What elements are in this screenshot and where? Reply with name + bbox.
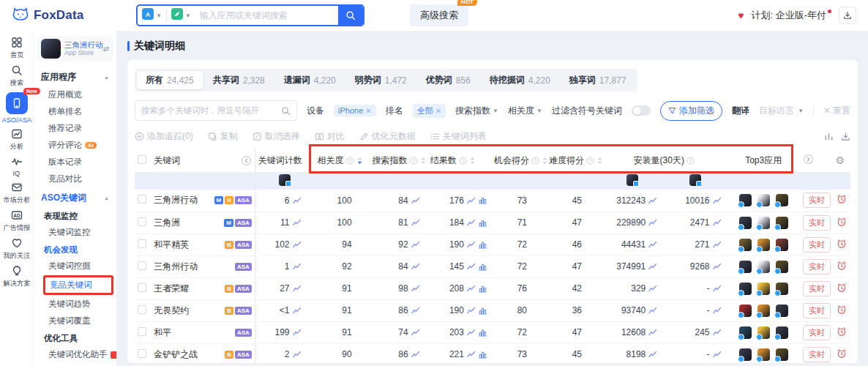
trend-chart-icon[interactable] (467, 351, 476, 358)
rail-item-search[interactable]: 搜索 (10, 64, 24, 88)
trend-chart-icon[interactable] (293, 241, 302, 248)
trend-chart-icon[interactable] (411, 351, 420, 358)
sidebar-item-keyword-optimizer[interactable]: 关键词优化助手 (34, 346, 116, 363)
tab-weak[interactable]: 弱势词1,472 (346, 71, 416, 89)
trend-chart-icon[interactable] (713, 329, 722, 336)
remove-tag-icon[interactable]: ✕ (435, 107, 441, 115)
app-selector[interactable]: 三角洲行动 App Store ⇄ (37, 36, 113, 61)
trend-chart-icon[interactable] (713, 285, 722, 292)
trend-chart-icon[interactable] (648, 329, 657, 336)
select-all-checkbox[interactable] (138, 155, 146, 164)
tab-shared[interactable]: 共享词2,328 (204, 71, 274, 89)
realtime-button[interactable]: 实时 (803, 193, 831, 208)
collapse-left-icon[interactable] (241, 155, 252, 166)
help-icon[interactable]: ? (410, 157, 418, 165)
top3-app-icon[interactable] (776, 305, 788, 317)
trend-chart-icon[interactable] (467, 219, 476, 226)
add-filter-button[interactable]: 添加筛选 (660, 101, 722, 121)
global-search-input[interactable] (195, 10, 338, 20)
top3-app-icon[interactable] (776, 326, 788, 339)
trend-chart-icon[interactable] (467, 197, 476, 204)
settings-gear-icon[interactable]: ⚙ (836, 154, 845, 166)
alarm-icon[interactable] (837, 326, 847, 337)
results-apps-icon[interactable] (479, 196, 487, 204)
collapse-right-icon[interactable] (803, 154, 814, 165)
top3-app-icon[interactable] (776, 239, 788, 251)
rail-item-analysis[interactable]: 分析 (10, 128, 24, 152)
trend-chart-icon[interactable] (713, 241, 722, 248)
sort-icon[interactable] (542, 156, 548, 165)
alarm-icon[interactable] (837, 305, 847, 315)
help-icon[interactable]: ? (686, 157, 695, 165)
toolbar-deselect-button[interactable]: 取消选择 (252, 130, 300, 143)
tab-to-mine[interactable]: 待挖掘词4,220 (481, 71, 559, 89)
top3-app-icon[interactable] (739, 261, 752, 273)
row-checkbox[interactable] (138, 217, 146, 226)
top3-app-icon[interactable] (757, 194, 770, 206)
sort-icon[interactable] (596, 156, 603, 165)
results-apps-icon[interactable] (479, 285, 487, 293)
trend-chart-icon[interactable] (648, 351, 657, 358)
trend-chart-icon[interactable] (648, 241, 657, 248)
sidebar-item-ratings-reviews[interactable]: 评分评论AI (34, 137, 116, 154)
keyword-name[interactable]: 和平 (154, 326, 171, 339)
trend-chart-icon[interactable] (293, 263, 302, 270)
results-apps-icon[interactable] (479, 351, 487, 359)
trend-chart-icon[interactable] (411, 219, 420, 226)
row-checkbox[interactable] (138, 261, 146, 270)
results-apps-icon[interactable] (479, 219, 487, 227)
sidebar-item-competitor-compare[interactable]: 竞品对比 (34, 171, 116, 187)
top3-app-icon[interactable] (739, 194, 752, 206)
trend-chart-icon[interactable] (293, 351, 302, 358)
translate-language-select[interactable]: 目标语言▼ (759, 105, 804, 117)
sidebar-item-version-history[interactable]: 版本记录 (34, 154, 116, 171)
sort-icon[interactable] (469, 156, 476, 165)
keyword-name[interactable]: 三角州行动 (154, 261, 198, 273)
export-download-icon[interactable] (841, 132, 850, 141)
trend-chart-icon[interactable] (713, 307, 722, 314)
keyword-search-input[interactable] (141, 106, 281, 115)
sidebar-item-keyword-trends[interactable]: 关键词趋势 (34, 296, 116, 313)
row-checkbox[interactable] (138, 239, 146, 248)
trend-chart-icon[interactable] (648, 263, 657, 270)
keyword-name[interactable]: 王者荣耀 (154, 283, 189, 295)
sort-icon[interactable] (420, 156, 427, 165)
tab-all[interactable]: 所有24,425 (137, 71, 203, 89)
remove-tag-icon[interactable]: ✕ (365, 107, 371, 115)
toolbar-compare-button[interactable]: 对比 (315, 130, 345, 143)
top3-app-icon[interactable] (757, 261, 770, 273)
alarm-icon[interactable] (837, 348, 847, 359)
trend-chart-icon[interactable] (411, 241, 420, 248)
keyword-name[interactable]: 三角洲行动 (154, 194, 198, 206)
sidebar-group-ads[interactable]: 广告▲ (34, 363, 116, 366)
top3-app-icon[interactable] (757, 239, 770, 251)
top3-app-icon[interactable] (757, 217, 770, 229)
rail-item-my-follow[interactable]: 我的关注 (2, 237, 31, 261)
sidebar-item-app-overview[interactable]: 应用概览 (34, 86, 116, 103)
rail-item-aso-asa[interactable]: NewASO/ASA (1, 92, 33, 124)
realtime-button[interactable]: 实时 (803, 215, 831, 231)
trend-chart-icon[interactable] (467, 307, 476, 314)
top3-app-icon[interactable] (739, 348, 752, 361)
trend-chart-icon[interactable] (411, 263, 420, 270)
device-filter-tag[interactable]: iPhone✕ (334, 105, 376, 116)
results-apps-icon[interactable] (479, 307, 487, 315)
top3-app-icon[interactable] (776, 217, 788, 229)
reset-button[interactable]: ✕重置 (823, 105, 850, 117)
sidebar-item-featured-records[interactable]: 推荐记录 (34, 120, 116, 137)
alarm-icon[interactable] (837, 261, 847, 271)
trend-chart-icon[interactable] (293, 285, 302, 292)
trend-chart-icon[interactable] (713, 351, 722, 358)
keyword-name[interactable]: 和平精英 (154, 239, 189, 251)
keyword-name[interactable]: 金铲铲之战 (154, 348, 198, 361)
top3-app-icon[interactable] (739, 305, 752, 317)
trend-chart-icon[interactable] (467, 263, 476, 270)
tab-strong[interactable]: 优势词856 (417, 71, 479, 89)
top3-app-icon[interactable] (739, 283, 752, 295)
sidebar-sub-opportunity-discovery[interactable]: 机会发现 (34, 241, 116, 258)
sidebar-group-app-section[interactable]: 应用程序▲ (34, 67, 116, 86)
top3-app-icon[interactable] (776, 194, 788, 206)
help-icon[interactable]: ? (459, 157, 467, 165)
sidebar-item-rank-list[interactable]: 榜单排名 (34, 103, 116, 120)
symbol-filter-toggle[interactable] (632, 105, 651, 116)
